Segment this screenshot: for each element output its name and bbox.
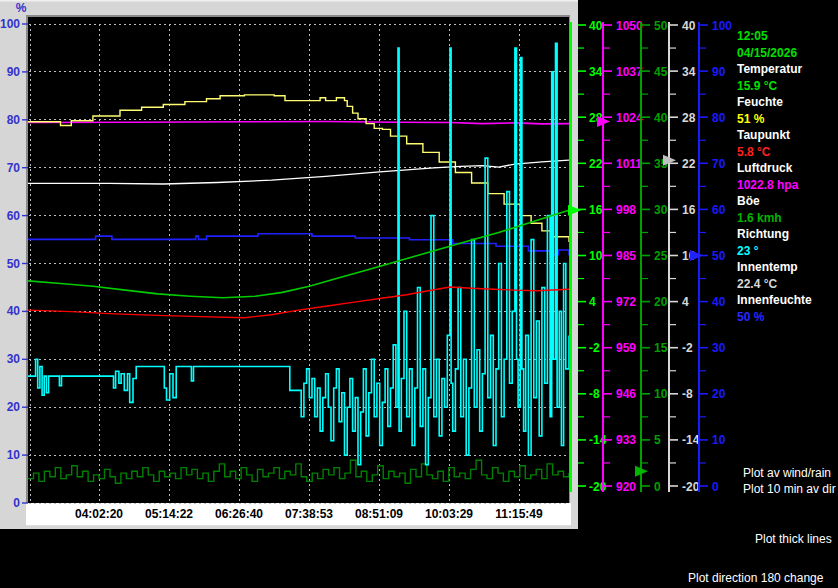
clock-time: 12:05 [737,28,837,45]
svg-text:45: 45 [654,65,668,79]
svg-text:40: 40 [654,111,668,125]
svg-text:22: 22 [589,157,603,171]
svg-text:28: 28 [682,111,696,125]
reading-value-taupunkt: 5.8 °C [737,144,837,161]
svg-text:-8: -8 [682,387,693,401]
svg-text:946: 946 [616,387,636,401]
marker-indoor_hum [690,250,703,261]
svg-text:40: 40 [7,304,21,318]
svg-text:07:38:53: 07:38:53 [285,507,333,521]
reading-label-richtung: Richtung [737,226,837,243]
svg-text:10: 10 [589,249,603,263]
luftdruck-axis: 1050103710241011998985972959946933920 [603,19,643,494]
svg-text:998: 998 [616,203,636,217]
svg-text:30: 30 [712,341,726,355]
clock-date: 04/15/2026 [737,45,837,62]
svg-text:80: 80 [712,111,726,125]
svg-text:4: 4 [589,295,596,309]
svg-text:920: 920 [616,480,636,494]
svg-text:-14: -14 [682,433,700,447]
svg-text:10:03:29: 10:03:29 [425,507,473,521]
option-plot-av-wind-rain[interactable]: Plot av wind/rain [743,466,831,480]
svg-text:1037: 1037 [616,65,643,79]
svg-text:90: 90 [712,65,726,79]
svg-text:959: 959 [616,341,636,355]
svg-text:20: 20 [654,295,668,309]
option-plot-10min-av-dir[interactable]: Plot 10 min av dir [743,482,836,496]
svg-text:50: 50 [654,19,668,33]
svg-text:70: 70 [7,161,21,175]
svg-text:%: % [16,1,27,15]
svg-text:-20: -20 [682,480,700,494]
svg-text:50: 50 [712,249,726,263]
svg-text:16: 16 [589,203,603,217]
svg-text:-2: -2 [682,341,693,355]
svg-text:-2: -2 [589,341,600,355]
option-plot-thick-lines[interactable]: Plot thick lines [755,532,832,546]
reading-value-innentemp: 22.4 °C [737,276,837,293]
svg-text:15: 15 [654,341,668,355]
svg-text:10: 10 [7,448,21,462]
wind-axis: 50454035302520151050 [641,19,668,494]
svg-text:40: 40 [712,295,726,309]
svg-text:60: 60 [7,209,21,223]
svg-text:-8: -8 [589,387,600,401]
reading-value-innenfeuchte: 50 % [737,309,837,326]
svg-text:10: 10 [712,433,726,447]
reading-label-innentemp: Innentemp [737,259,837,276]
time-axis: 04:02:2005:14:2206:26:4007:38:5308:51:09… [75,507,543,521]
innenfeuchte-axis: 1009080706050403020100 [699,19,732,494]
svg-text:80: 80 [7,113,21,127]
svg-text:972: 972 [616,295,636,309]
svg-text:70: 70 [712,157,726,171]
reading-label-temperatur: Temperatur [737,61,837,78]
svg-text:08:51:09: 08:51:09 [355,507,403,521]
svg-text:40: 40 [682,19,696,33]
svg-text:40: 40 [589,19,603,33]
svg-text:4: 4 [682,295,689,309]
svg-text:5: 5 [654,433,661,447]
reading-label-luftdruck: Luftdruck [737,160,837,177]
svg-text:34: 34 [682,65,696,79]
svg-text:22: 22 [682,157,696,171]
svg-text:20: 20 [712,387,726,401]
reading-value-temperatur: 15.9 °C [737,78,837,95]
reading-label-boe: Böe [737,193,837,210]
svg-text:11:15:49: 11:15:49 [495,507,543,521]
svg-text:30: 30 [654,203,668,217]
svg-text:1050: 1050 [616,19,643,33]
reading-value-luftdruck: 1022.8 hpa [737,177,837,194]
weather-display-window: %100908070605040302010004:02:2005:14:220… [0,0,838,588]
reading-value-richtung: 23 ° [737,243,837,260]
svg-text:60: 60 [712,203,726,217]
svg-text:0: 0 [13,496,20,510]
svg-text:16: 16 [682,203,696,217]
reading-label-feuchte: Feuchte [737,94,837,111]
svg-text:50: 50 [7,257,21,271]
svg-text:90: 90 [7,65,21,79]
svg-text:985: 985 [616,249,636,263]
svg-text:25: 25 [654,249,668,263]
option-plot-direction-180-change[interactable]: Plot direction 180 change [688,571,823,585]
svg-text:30: 30 [7,352,21,366]
svg-text:1024: 1024 [616,111,643,125]
reading-value-feuchte: 51 % [737,111,837,128]
svg-text:0: 0 [654,480,661,494]
svg-text:100: 100 [0,17,20,31]
svg-text:06:26:40: 06:26:40 [215,507,263,521]
svg-text:20: 20 [7,400,21,414]
svg-text:10: 10 [654,387,668,401]
svg-text:0: 0 [712,480,719,494]
readings-panel: 12:05 04/15/2026 Temperatur15.9 °CFeucht… [737,28,837,325]
reading-value-boe: 1.6 kmh [737,210,837,227]
svg-text:05:14:22: 05:14:22 [145,507,193,521]
svg-text:1011: 1011 [616,157,642,171]
svg-text:933: 933 [616,433,636,447]
reading-label-innenfeuchte: Innenfeuchte [737,292,837,309]
reading-label-taupunkt: Taupunkt [737,127,837,144]
svg-text:34: 34 [589,65,603,79]
svg-text:04:02:20: 04:02:20 [75,507,123,521]
svg-text:100: 100 [712,19,732,33]
weather-chart[interactable]: %100908070605040302010004:02:2005:14:220… [0,0,838,588]
